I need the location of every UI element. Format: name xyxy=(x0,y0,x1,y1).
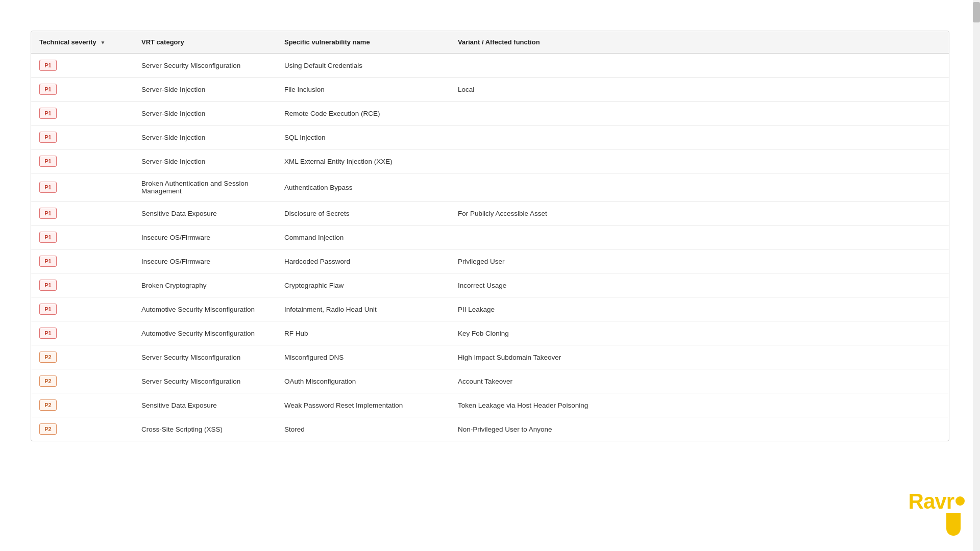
vulnerability-table: Technical severity ▼ VRT category Specif… xyxy=(31,31,949,441)
table-row: P1 Insecure OS/Firmware Hardcoded Passwo… xyxy=(31,249,949,273)
table-header-row: Technical severity ▼ VRT category Specif… xyxy=(31,31,949,54)
severity-badge: P2 xyxy=(39,375,57,387)
severity-badge: P1 xyxy=(39,108,57,119)
variant-cell: High Impact Subdomain Takeover xyxy=(450,345,949,369)
col-variant: Variant / Affected function xyxy=(450,31,949,54)
variant-cell xyxy=(450,173,949,202)
severity-cell: P1 xyxy=(31,102,133,126)
vulnerability-cell: SQL Injection xyxy=(276,126,450,149)
severity-cell: P1 xyxy=(31,202,133,226)
col-severity[interactable]: Technical severity ▼ xyxy=(31,31,133,54)
variant-cell xyxy=(450,126,949,149)
variant-cell: Non-Privileged User to Anyone xyxy=(450,417,949,441)
table-row: P1 Server-Side Injection Remote Code Exe… xyxy=(31,102,949,126)
category-cell: Server Security Misconfiguration xyxy=(133,369,276,393)
variant-cell xyxy=(450,149,949,173)
table-row: P1 Automotive Security Misconfiguration … xyxy=(31,321,949,345)
severity-cell: P2 xyxy=(31,345,133,369)
severity-badge: P1 xyxy=(39,132,57,143)
vulnerability-cell: Weak Password Reset Implementation xyxy=(276,393,450,417)
severity-badge: P2 xyxy=(39,399,57,411)
watermark-dot xyxy=(955,496,965,506)
severity-badge: P1 xyxy=(39,232,57,243)
category-cell: Cross-Site Scripting (XSS) xyxy=(133,417,276,441)
severity-badge: P1 xyxy=(39,328,57,339)
table-row: P1 Automotive Security Misconfiguration … xyxy=(31,297,949,321)
col-category: VRT category xyxy=(133,31,276,54)
variant-cell: Local xyxy=(450,78,949,102)
variant-cell xyxy=(450,226,949,249)
watermark-brand: Ravr xyxy=(909,491,965,512)
variant-cell: Account Takeover xyxy=(450,369,949,393)
variant-cell: PII Leakage xyxy=(450,297,949,321)
severity-cell: P2 xyxy=(31,393,133,417)
watermark-text: Ravr xyxy=(909,491,954,512)
category-cell: Server-Side Injection xyxy=(133,102,276,126)
severity-badge: P1 xyxy=(39,280,57,291)
variant-cell xyxy=(450,102,949,126)
scrollbar-thumb[interactable] xyxy=(973,2,980,22)
table-row: P2 Sensitive Data Exposure Weak Password… xyxy=(31,393,949,417)
variant-cell: Key Fob Cloning xyxy=(450,321,949,345)
severity-cell: P1 xyxy=(31,78,133,102)
vulnerability-cell: Command Injection xyxy=(276,226,450,249)
col-vulnerability: Specific vulnerability name xyxy=(276,31,450,54)
variant-cell: Incorrect Usage xyxy=(450,273,949,297)
severity-badge: P2 xyxy=(39,352,57,363)
severity-cell: P1 xyxy=(31,321,133,345)
col-category-label: VRT category xyxy=(141,38,184,46)
table-row: P1 Broken Cryptography Cryptographic Fla… xyxy=(31,273,949,297)
category-cell: Server Security Misconfiguration xyxy=(133,54,276,78)
severity-cell: P1 xyxy=(31,226,133,249)
table-row: P1 Server-Side Injection SQL Injection xyxy=(31,126,949,149)
severity-cell: P1 xyxy=(31,149,133,173)
severity-badge: P1 xyxy=(39,208,57,219)
col-severity-label: Technical severity xyxy=(39,38,96,46)
vulnerability-cell: RF Hub xyxy=(276,321,450,345)
vulnerability-cell: Using Default Credentials xyxy=(276,54,450,78)
severity-cell: P1 xyxy=(31,297,133,321)
col-vulnerability-label: Specific vulnerability name xyxy=(284,38,370,46)
watermark-tail xyxy=(946,513,961,536)
vulnerability-cell: Stored xyxy=(276,417,450,441)
scrollbar[interactable] xyxy=(973,0,980,551)
variant-cell xyxy=(450,54,949,78)
severity-cell: P1 xyxy=(31,54,133,78)
category-cell: Broken Authentication and Session Manage… xyxy=(133,173,276,202)
severity-badge: P1 xyxy=(39,84,57,95)
severity-cell: P1 xyxy=(31,173,133,202)
category-cell: Insecure OS/Firmware xyxy=(133,226,276,249)
col-variant-label: Variant / Affected function xyxy=(458,38,540,46)
category-cell: Server-Side Injection xyxy=(133,78,276,102)
vulnerability-cell: Authentication Bypass xyxy=(276,173,450,202)
page-wrapper: Technical severity ▼ VRT category Specif… xyxy=(0,0,980,551)
table-row: P1 Server-Side Injection File Inclusion … xyxy=(31,78,949,102)
category-cell: Server Security Misconfiguration xyxy=(133,345,276,369)
category-cell: Sensitive Data Exposure xyxy=(133,202,276,226)
table-row: P2 Server Security Misconfiguration Misc… xyxy=(31,345,949,369)
severity-badge: P1 xyxy=(39,182,57,193)
category-cell: Sensitive Data Exposure xyxy=(133,393,276,417)
category-cell: Broken Cryptography xyxy=(133,273,276,297)
vulnerability-cell: File Inclusion xyxy=(276,78,450,102)
vulnerability-cell: OAuth Misconfiguration xyxy=(276,369,450,393)
vulnerability-cell: Infotainment, Radio Head Unit xyxy=(276,297,450,321)
category-cell: Server-Side Injection xyxy=(133,126,276,149)
table-row: P2 Server Security Misconfiguration OAut… xyxy=(31,369,949,393)
category-cell: Automotive Security Misconfiguration xyxy=(133,297,276,321)
severity-badge: P2 xyxy=(39,423,57,435)
vulnerability-cell: Hardcoded Password xyxy=(276,249,450,273)
watermark: Ravr xyxy=(909,491,965,536)
severity-cell: P2 xyxy=(31,417,133,441)
severity-cell: P1 xyxy=(31,273,133,297)
table-row: P1 Insecure OS/Firmware Command Injectio… xyxy=(31,226,949,249)
severity-badge: P1 xyxy=(39,60,57,71)
variant-cell: For Publicly Accessible Asset xyxy=(450,202,949,226)
table-row: P2 Cross-Site Scripting (XSS) Stored Non… xyxy=(31,417,949,441)
variant-cell: Privileged User xyxy=(450,249,949,273)
vulnerability-cell: Misconfigured DNS xyxy=(276,345,450,369)
table-row: P1 Sensitive Data Exposure Disclosure of… xyxy=(31,202,949,226)
vulnerability-cell: Disclosure of Secrets xyxy=(276,202,450,226)
table-row: P1 Broken Authentication and Session Man… xyxy=(31,173,949,202)
severity-badge: P1 xyxy=(39,304,57,315)
